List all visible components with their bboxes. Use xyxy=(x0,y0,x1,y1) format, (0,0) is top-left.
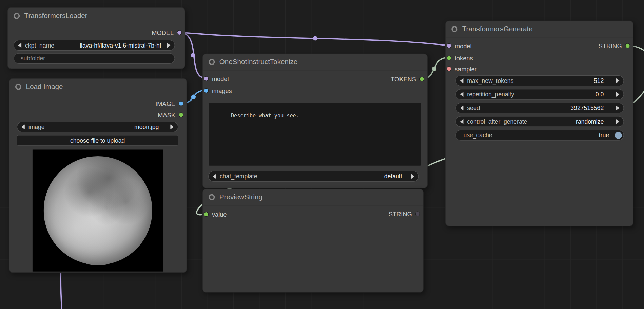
prompt-text: Describe what you see. xyxy=(231,112,299,119)
link-midpoint-dot xyxy=(432,67,436,71)
control-after-generate-combo[interactable]: control_after_generate randomize xyxy=(455,116,624,127)
output-port-string[interactable] xyxy=(626,44,630,48)
output-slot-tokens: TOKENS xyxy=(391,75,424,83)
decrement-arrow-icon[interactable] xyxy=(460,78,464,84)
combo-next-arrow-icon[interactable] xyxy=(411,174,414,179)
link-midpoint-dot xyxy=(313,36,317,40)
input-port-images[interactable] xyxy=(204,89,208,93)
input-label: images xyxy=(212,87,232,94)
image-preview xyxy=(33,150,163,272)
output-port-model[interactable] xyxy=(177,31,181,35)
combo-next-arrow-icon[interactable] xyxy=(170,124,174,129)
output-label: STRING xyxy=(389,210,412,217)
widget-value: default xyxy=(384,173,411,180)
node-title: OneShotInstructTokenize xyxy=(219,58,298,66)
increment-arrow-icon[interactable] xyxy=(616,92,620,97)
node-status-dot[interactable] xyxy=(209,194,215,200)
chat-template-combo[interactable]: chat_template default xyxy=(208,171,419,182)
node-status-dot[interactable] xyxy=(451,26,457,32)
graph-canvas[interactable]: TransformersLoader MODEL ckpt_name llava… xyxy=(0,0,644,309)
widget-value: 512 xyxy=(594,77,616,84)
input-label: model xyxy=(212,75,229,82)
choose-file-button[interactable]: choose file to upload xyxy=(17,135,178,145)
combo-prev-arrow-icon[interactable] xyxy=(213,174,216,179)
input-port-model[interactable] xyxy=(204,77,208,81)
use-cache-toggle-widget[interactable]: use_cache true xyxy=(455,130,624,141)
input-slot-sampler: sampler xyxy=(447,65,477,73)
output-port-tokens[interactable] xyxy=(420,77,424,81)
decrement-arrow-icon[interactable] xyxy=(460,106,464,111)
input-label: tokens xyxy=(455,55,473,62)
input-slot-images: images xyxy=(204,87,232,95)
combo-next-arrow-icon[interactable] xyxy=(167,43,171,48)
output-port-image[interactable] xyxy=(179,102,183,106)
link-midpoint-dot xyxy=(191,94,196,99)
node-status-dot[interactable] xyxy=(15,84,21,90)
input-slot-tokens: tokens xyxy=(447,54,473,62)
combo-prev-arrow-icon[interactable] xyxy=(18,43,21,48)
combo-prev-arrow-icon[interactable] xyxy=(21,124,25,129)
moon-image xyxy=(43,156,152,265)
widget-value: randomize xyxy=(576,118,616,125)
node-transformersloader[interactable]: TransformersLoader MODEL ckpt_name llava… xyxy=(7,7,185,69)
node-header[interactable]: Load Image xyxy=(9,79,187,95)
max-new-tokens-number[interactable]: max_new_tokens 512 xyxy=(455,75,624,86)
output-slot-image: IMAGE xyxy=(155,99,183,107)
output-port-mask[interactable] xyxy=(179,113,183,117)
decrement-arrow-icon[interactable] xyxy=(460,92,464,97)
widget-value: llava-hf/llava-v1.6-mistral-7b-hf xyxy=(80,42,167,49)
toggle-icon[interactable] xyxy=(615,132,622,139)
widget-label: seed xyxy=(463,105,480,111)
ckpt-name-combo[interactable]: ckpt_name llava-hf/llava-v1.6-mistral-7b… xyxy=(14,40,175,51)
node-header[interactable]: TransformersLoader xyxy=(8,8,185,24)
node-header[interactable]: OneShotInstructTokenize xyxy=(203,54,427,71)
repetition-penalty-number[interactable]: repetition_penalty 0.0 xyxy=(455,89,624,100)
output-label: TOKENS xyxy=(391,76,416,83)
output-label: MASK xyxy=(158,111,175,119)
node-title: TransformersGenerate xyxy=(462,25,533,33)
input-port-tokens[interactable] xyxy=(447,56,451,60)
widget-label: max_new_tokens xyxy=(463,77,513,84)
input-label: value xyxy=(212,211,227,218)
combo-next-arrow-icon[interactable] xyxy=(616,119,620,124)
input-placeholder: subfolder xyxy=(14,55,45,62)
prompt-textarea[interactable]: Describe what you see. xyxy=(208,103,422,166)
node-load-image[interactable]: Load Image IMAGE MASK image moon.jpg cho… xyxy=(9,78,187,273)
widget-value: moon.jpg xyxy=(134,124,170,130)
node-previewstring[interactable]: PreviewString value STRING xyxy=(202,189,424,293)
output-slot-string: STRING xyxy=(389,210,420,218)
input-label: model xyxy=(455,42,472,49)
node-status-dot[interactable] xyxy=(209,59,215,65)
input-slot-model: model xyxy=(204,75,229,83)
image-file-combo[interactable]: image moon.jpg xyxy=(17,122,178,132)
output-label: STRING xyxy=(599,42,622,49)
input-port-value[interactable] xyxy=(204,212,208,216)
node-oneshotinstructtokenize[interactable]: OneShotInstructTokenize model images TOK… xyxy=(202,54,428,188)
output-slot-model: MODEL xyxy=(152,29,181,37)
subfolder-text-input[interactable]: subfolder xyxy=(14,53,175,64)
increment-arrow-icon[interactable] xyxy=(616,78,620,84)
increment-arrow-icon[interactable] xyxy=(616,106,620,111)
node-title: TransformersLoader xyxy=(24,12,87,20)
node-transformersgenerate[interactable]: TransformersGenerate model tokens sample… xyxy=(445,21,633,226)
output-slot-mask: MASK xyxy=(158,111,183,119)
seed-number[interactable]: seed 3927515562 xyxy=(455,103,624,113)
link-wire-model-to-generate xyxy=(179,32,447,46)
widget-value: 0.0 xyxy=(596,91,616,97)
node-header[interactable]: PreviewString xyxy=(203,189,423,206)
widget-value: true xyxy=(599,132,612,138)
combo-prev-arrow-icon[interactable] xyxy=(460,119,464,124)
widget-label: image xyxy=(25,124,45,130)
output-port-string[interactable] xyxy=(416,212,420,216)
output-label: IMAGE xyxy=(155,100,175,107)
link-midpoint-dot xyxy=(191,53,195,57)
node-status-dot[interactable] xyxy=(14,13,20,19)
widget-label: ckpt_name xyxy=(21,42,54,49)
node-title: Load Image xyxy=(26,83,63,91)
button-label: choose file to upload xyxy=(70,137,125,143)
link-wire-offscreen xyxy=(61,268,62,309)
widget-label: use_cache xyxy=(456,132,492,138)
input-port-sampler[interactable] xyxy=(447,67,451,71)
node-header[interactable]: TransformersGenerate xyxy=(446,21,633,38)
input-port-model[interactable] xyxy=(447,44,451,48)
